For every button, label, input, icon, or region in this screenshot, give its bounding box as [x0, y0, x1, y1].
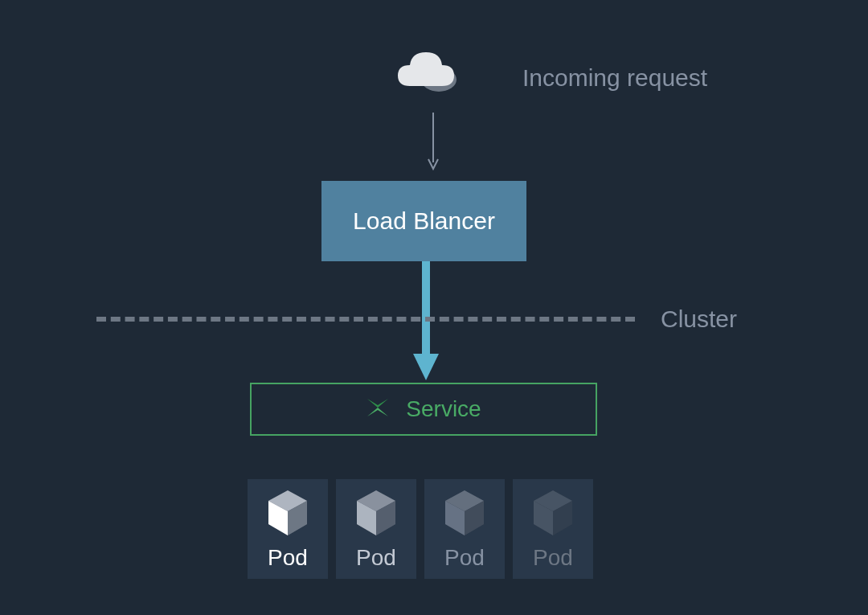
cube-icon [354, 489, 399, 540]
arrow-down-large-icon [413, 261, 439, 385]
pod-label: Pod [356, 545, 396, 571]
service-box: Service [250, 383, 597, 436]
pod-card: Pod [424, 479, 505, 579]
pod-card: Pod [513, 479, 593, 579]
cube-icon [530, 489, 575, 540]
pod-label: Pod [533, 545, 573, 571]
diagram-canvas: Incoming request Load Blancer Cluster Se… [0, 0, 868, 615]
pods-row: Pod Pod [248, 479, 593, 579]
pod-card: Pod [248, 479, 328, 579]
cluster-boundary-line [96, 317, 635, 322]
pod-label: Pod [268, 545, 308, 571]
load-balancer-label: Load Blancer [353, 207, 495, 235]
cube-icon [265, 489, 310, 540]
cube-icon [442, 489, 487, 540]
service-label: Service [406, 396, 481, 422]
arrow-down-icon [425, 113, 441, 176]
load-balancer-box: Load Blancer [321, 181, 526, 261]
cluster-label: Cluster [661, 305, 737, 333]
incoming-request-label: Incoming request [522, 64, 707, 92]
pod-card: Pod [336, 479, 416, 579]
cloud-icon [394, 46, 462, 97]
service-icon [366, 396, 390, 423]
pod-label: Pod [444, 545, 485, 571]
